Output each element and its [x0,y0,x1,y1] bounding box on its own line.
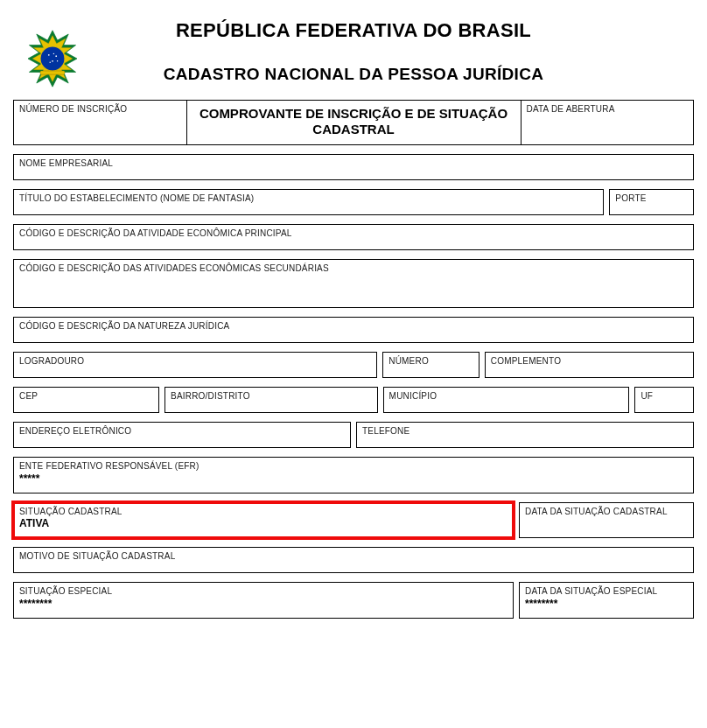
svg-point-4 [48,54,50,56]
row-motivo-situacao: MOTIVO DE SITUAÇÃO CADASTRAL [13,547,694,573]
label-numero: NÚMERO [388,356,473,367]
field-logradouro: LOGRADOURO [13,352,377,378]
document-subtitle: CADASTRO NACIONAL DA PESSOA JURÍDICA [13,65,694,84]
document-header: REPÚBLICA FEDERATIVA DO BRASIL CADASTRO … [13,19,694,84]
svg-point-7 [50,62,51,63]
label-natureza-juridica: CÓDIGO E DESCRIÇÃO DA NATUREZA JURÍDICA [19,321,688,332]
field-data-abertura: DATA DE ABERTURA [522,100,695,145]
field-comprovante-titulo: COMPROVANTE DE INSCRIÇÃO E DE SITUAÇÃO C… [186,100,522,145]
value-comprovante: COMPROVANTE DE INSCRIÇÃO E DE SITUAÇÃO C… [192,106,515,137]
field-numero: NÚMERO [382,352,480,378]
field-natureza-juridica: CÓDIGO E DESCRIÇÃO DA NATUREZA JURÍDICA [13,317,694,343]
field-atividade-principal: CÓDIGO E DESCRIÇÃO DA ATIVIDADE ECONÔMIC… [13,224,694,250]
label-atividades-secundarias: CÓDIGO E DESCRIÇÃO DAS ATIVIDADES ECONÔM… [19,263,688,274]
value-situacao-cadastral: ATIVA [19,517,508,530]
field-complemento: COMPLEMENTO [485,352,694,378]
field-municipio: MUNICÍPIO [383,387,630,413]
label-cep: CEP [19,391,153,402]
value-data-situacao-especial: ******** [525,598,688,611]
value-situacao-especial: ******** [19,598,508,611]
field-situacao-especial: SITUAÇÃO ESPECIAL ******** [13,582,514,619]
label-complemento: COMPLEMENTO [491,356,688,367]
row-endereco-1: LOGRADOURO NÚMERO COMPLEMENTO [13,352,694,378]
label-numero-inscricao: NÚMERO DE INSCRIÇÃO [19,104,181,115]
row-natureza-juridica: CÓDIGO E DESCRIÇÃO DA NATUREZA JURÍDICA [13,317,694,343]
label-nome-fantasia: TÍTULO DO ESTABELECIMENTO (NOME DE FANTA… [19,193,598,204]
label-telefone: TELEFONE [362,426,688,437]
field-cep: CEP [13,387,159,413]
svg-point-5 [55,55,57,57]
brazil-coat-of-arms-icon [22,28,83,89]
field-nome-empresarial: NOME EMPRESARIAL [13,154,694,180]
field-porte: PORTE [609,189,694,215]
row-efr: ENTE FEDERATIVO RESPONSÁVEL (EFR) ***** [13,457,694,494]
field-uf: UF [634,387,694,413]
label-email: ENDEREÇO ELETRÔNICO [19,426,345,437]
label-situacao-cadastral: SITUAÇÃO CADASTRAL [19,507,508,517]
label-bairro: BAIRRO/DISTRITO [171,391,372,402]
label-atividade-principal: CÓDIGO E DESCRIÇÃO DA ATIVIDADE ECONÔMIC… [19,228,688,239]
label-data-abertura: DATA DE ABERTURA [527,104,689,115]
field-numero-inscricao: NÚMERO DE INSCRIÇÃO [13,100,186,145]
label-porte: PORTE [615,193,688,204]
document-title: REPÚBLICA FEDERATIVA DO BRASIL [13,19,694,42]
field-bairro: BAIRRO/DISTRITO [164,387,378,413]
svg-point-6 [52,60,53,62]
row-nome-empresarial: NOME EMPRESARIAL [13,154,694,180]
row-endereco-2: CEP BAIRRO/DISTRITO MUNICÍPIO UF [13,387,694,413]
field-atividades-secundarias: CÓDIGO E DESCRIÇÃO DAS ATIVIDADES ECONÔM… [13,259,694,308]
label-situacao-especial: SITUAÇÃO ESPECIAL [19,586,508,597]
label-motivo-situacao: MOTIVO DE SITUAÇÃO CADASTRAL [19,551,688,562]
row-situacao-cadastral: SITUAÇÃO CADASTRAL ATIVA DATA DA SITUAÇÃ… [13,502,694,539]
value-efr: ***** [19,472,688,486]
row-atividade-principal: CÓDIGO E DESCRIÇÃO DA ATIVIDADE ECONÔMIC… [13,224,694,250]
field-efr: ENTE FEDERATIVO RESPONSÁVEL (EFR) ***** [13,457,694,494]
label-data-situacao-cadastral: DATA DA SITUAÇÃO CADASTRAL [525,507,688,517]
row-identificacao: NÚMERO DE INSCRIÇÃO COMPROVANTE DE INSCR… [13,100,694,145]
label-efr: ENTE FEDERATIVO RESPONSÁVEL (EFR) [19,461,688,472]
field-nome-fantasia: TÍTULO DO ESTABELECIMENTO (NOME DE FANTA… [13,189,604,215]
label-data-situacao-especial: DATA DA SITUAÇÃO ESPECIAL [525,586,688,597]
field-motivo-situacao: MOTIVO DE SITUAÇÃO CADASTRAL [13,547,694,573]
row-fantasia-porte: TÍTULO DO ESTABELECIMENTO (NOME DE FANTA… [13,189,694,215]
label-municipio: MUNICÍPIO [389,391,624,402]
label-nome-empresarial: NOME EMPRESARIAL [19,158,688,169]
field-situacao-cadastral: SITUAÇÃO CADASTRAL ATIVA [13,502,514,539]
row-atividades-secundarias: CÓDIGO E DESCRIÇÃO DAS ATIVIDADES ECONÔM… [13,259,694,308]
row-situacao-especial: SITUAÇÃO ESPECIAL ******** DATA DA SITUA… [13,582,694,619]
svg-rect-10 [40,71,65,74]
field-data-situacao-especial: DATA DA SITUAÇÃO ESPECIAL ******** [519,582,694,619]
label-logradouro: LOGRADOURO [19,356,371,367]
field-email: ENDEREÇO ELETRÔNICO [13,422,351,448]
label-uf: UF [640,391,688,402]
field-data-situacao-cadastral: DATA DA SITUAÇÃO CADASTRAL [519,502,694,539]
svg-point-9 [53,53,54,54]
svg-point-8 [57,60,58,61]
field-telefone: TELEFONE [356,422,694,448]
row-contato: ENDEREÇO ELETRÔNICO TELEFONE [13,422,694,448]
